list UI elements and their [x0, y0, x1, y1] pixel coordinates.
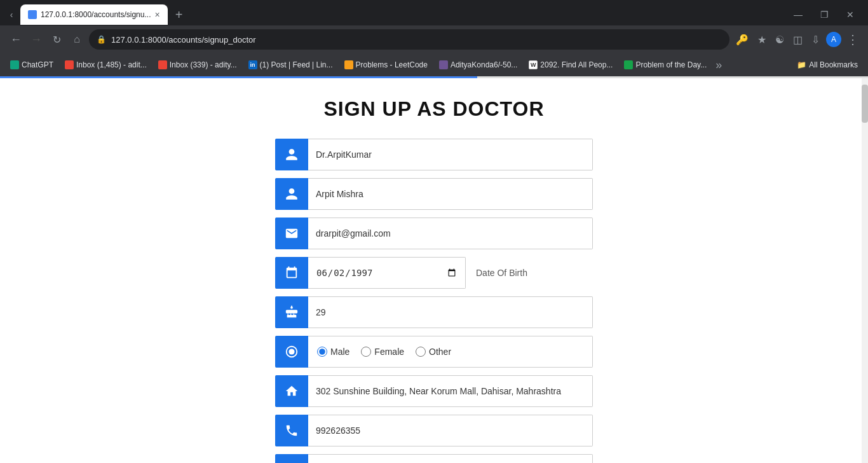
bookmark-star-icon[interactable]: ★ — [755, 31, 769, 48]
address-bar[interactable]: 🔒 127.0.0.1:8000/accounts/signup_doctor — [89, 29, 729, 50]
bookmark-inbox2[interactable]: Inbox (339) - adity... — [153, 58, 242, 72]
username-icon-box — [275, 139, 308, 170]
window-minimize-button[interactable]: — — [785, 2, 811, 27]
person-icon — [285, 187, 299, 201]
tab-title: 127.0.0.1:8000/accounts/signu... — [41, 10, 151, 19]
gender-male-radio[interactable] — [317, 347, 327, 357]
gender-other-option[interactable]: Other — [416, 347, 451, 357]
signup-form: Date Of Birth — [275, 139, 593, 463]
email-row — [275, 218, 593, 249]
username-input[interactable] — [308, 139, 593, 170]
page-title: SIGN UP AS DOCTOR — [323, 97, 544, 121]
gender-female-radio[interactable] — [361, 347, 371, 357]
bookmark-linkedin[interactable]: in (1) Post | Feed | Lin... — [243, 58, 338, 72]
back-button[interactable]: ← — [8, 31, 24, 48]
cast-icon[interactable]: ◫ — [790, 31, 805, 48]
active-tab[interactable]: 127.0.0.1:8000/accounts/signu... × — [20, 4, 168, 25]
regno-icon-box — [275, 454, 308, 463]
forward-button[interactable]: → — [28, 31, 44, 48]
email-input[interactable] — [308, 218, 593, 249]
url-text: 127.0.0.1:8000/accounts/signup_doctor — [111, 35, 256, 45]
bookmark-leetcode[interactable]: Problems - LeetCode — [339, 58, 433, 72]
gender-icon — [285, 345, 299, 359]
window-close-button[interactable]: ✕ — [837, 2, 863, 27]
tab-bar: ‹ 127.0.0.1:8000/accounts/signu... × + —… — [0, 0, 868, 25]
scrollbar-thumb[interactable] — [862, 85, 868, 123]
address-icon — [285, 384, 299, 398]
all-bookmarks-button[interactable]: 📁 All Bookmarks — [792, 58, 863, 72]
gender-female-option[interactable]: Female — [361, 347, 404, 357]
username-row — [275, 139, 593, 170]
dob-icon-box — [275, 257, 308, 289]
scrollbar[interactable] — [862, 78, 868, 463]
regno-input[interactable] — [308, 454, 593, 463]
profile-key-icon[interactable]: 🔑 — [733, 31, 751, 48]
more-menu-button[interactable]: ⋮ — [845, 32, 860, 47]
window-maximize-button[interactable]: ❐ — [811, 2, 837, 27]
browser-controls: ← → ↻ ⌂ 🔒 127.0.0.1:8000/accounts/signup… — [0, 25, 868, 53]
tab-back-area: ‹ — [5, 10, 18, 20]
phone-icon-box — [275, 415, 308, 446]
calendar-icon — [285, 266, 299, 280]
profile-avatar[interactable]: A — [826, 32, 841, 47]
tab-favicon — [28, 10, 37, 19]
bookmark-github[interactable]: AdityaKonda6/-50... — [434, 58, 522, 72]
dob-label: Date Of Birth — [476, 268, 527, 278]
download-icon[interactable]: ⇩ — [809, 31, 822, 48]
age-icon-box — [275, 296, 308, 328]
browser-window: ‹ 127.0.0.1:8000/accounts/signu... × + —… — [0, 0, 868, 463]
svg-point-0 — [288, 349, 294, 354]
regno-row — [275, 454, 593, 463]
gender-other-radio[interactable] — [416, 347, 426, 357]
address-row — [275, 375, 593, 407]
phone-input[interactable] — [308, 415, 593, 446]
bookmarks-bar: ChatGPT Inbox (1,485) - adit... Inbox (3… — [0, 53, 868, 76]
gender-icon-box — [275, 336, 308, 368]
all-bookmarks-label: All Bookmarks — [809, 60, 858, 69]
page-content: SIGN UP AS DOCTOR — [0, 78, 868, 463]
gender-male-option[interactable]: Male — [317, 347, 349, 357]
fullname-input[interactable] — [308, 178, 593, 210]
gender-row: Male Female Other — [275, 336, 593, 368]
user-icon — [285, 148, 299, 162]
bookmarks-more-button[interactable]: » — [713, 59, 724, 72]
bookmark-chatgpt[interactable]: ChatGPT — [5, 58, 58, 72]
email-icon-box — [275, 218, 308, 249]
lock-icon: 🔒 — [97, 35, 106, 44]
new-tab-button[interactable]: + — [170, 6, 188, 24]
age-input[interactable] — [308, 296, 593, 328]
fullname-icon-box — [275, 178, 308, 210]
dob-row: Date Of Birth — [275, 257, 593, 289]
reload-button[interactable]: ↻ — [48, 31, 65, 48]
email-icon — [285, 226, 299, 240]
fullname-row — [275, 178, 593, 210]
phone-row — [275, 415, 593, 446]
extension-icon[interactable]: ☯ — [773, 31, 787, 48]
phone-icon — [285, 424, 299, 438]
cake-icon — [285, 305, 299, 319]
address-icon-box — [275, 375, 308, 407]
home-button[interactable]: ⌂ — [69, 31, 85, 48]
tab-close-button[interactable]: × — [154, 10, 159, 20]
gender-options: Male Female Other — [308, 336, 593, 368]
bookmark-wiki[interactable]: W 2092. Find All Peop... — [524, 58, 618, 72]
bookmark-inbox1[interactable]: Inbox (1,485) - adit... — [60, 58, 152, 72]
age-row — [275, 296, 593, 328]
bookmark-potd[interactable]: Problem of the Day... — [619, 58, 712, 72]
address-input[interactable] — [308, 375, 593, 407]
dob-input[interactable] — [308, 257, 466, 289]
